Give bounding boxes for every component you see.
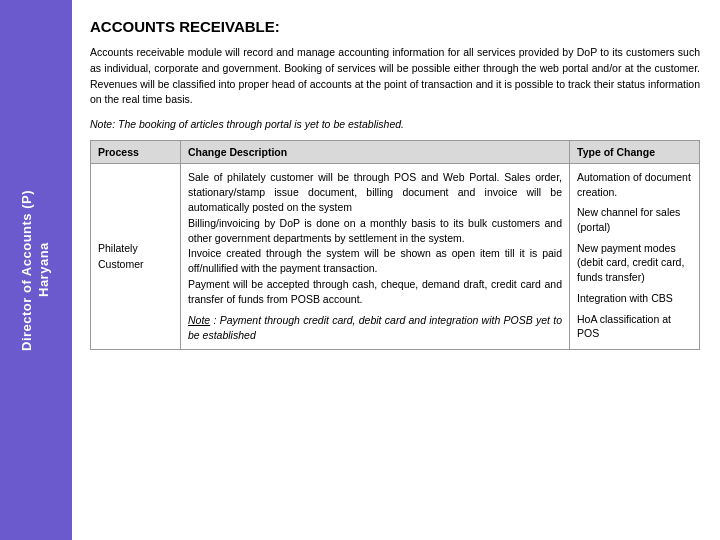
col-header-process: Process	[91, 141, 181, 164]
cell-type-of-change: Automation of document creation. New cha…	[570, 164, 700, 350]
change-desc-part4: Payment will be accepted through cash, c…	[188, 278, 562, 305]
col-header-change: Change Description	[181, 141, 570, 164]
change-desc-part2: Billing/invoicing by DoP is done on a mo…	[188, 217, 562, 244]
type-item-2: New channel for sales (portal)	[577, 205, 692, 234]
change-desc-note: Note : Payment through credit card, debi…	[188, 313, 562, 343]
note-above-table: Note: The booking of articles through po…	[90, 118, 700, 130]
page-title: ACCOUNTS RECEIVABLE:	[90, 18, 700, 35]
main-content: ACCOUNTS RECEIVABLE: Accounts receivable…	[72, 0, 720, 540]
cell-process: Philately Customer	[91, 164, 181, 350]
type-item-1: Automation of document creation.	[577, 170, 692, 199]
col-header-type: Type of Change	[570, 141, 700, 164]
sidebar-text: Director of Accounts (P)Haryana	[19, 189, 53, 350]
type-item-3: New payment modes (debit card, credit ca…	[577, 241, 692, 285]
sidebar: Director of Accounts (P)Haryana	[0, 0, 72, 540]
table-header-row: Process Change Description Type of Chang…	[91, 141, 700, 164]
intro-paragraph: Accounts receivable module will record a…	[90, 45, 700, 108]
cell-change-description: Sale of philately customer will be throu…	[181, 164, 570, 350]
type-item-4: Integration with CBS	[577, 291, 692, 306]
table-row: Philately Customer Sale of philately cus…	[91, 164, 700, 350]
main-table: Process Change Description Type of Chang…	[90, 140, 700, 350]
change-desc-part1: Sale of philately customer will be throu…	[188, 171, 562, 213]
change-desc-part3: Invoice created through the system will …	[188, 247, 562, 274]
type-item-5: HoA classification at POS	[577, 312, 692, 341]
